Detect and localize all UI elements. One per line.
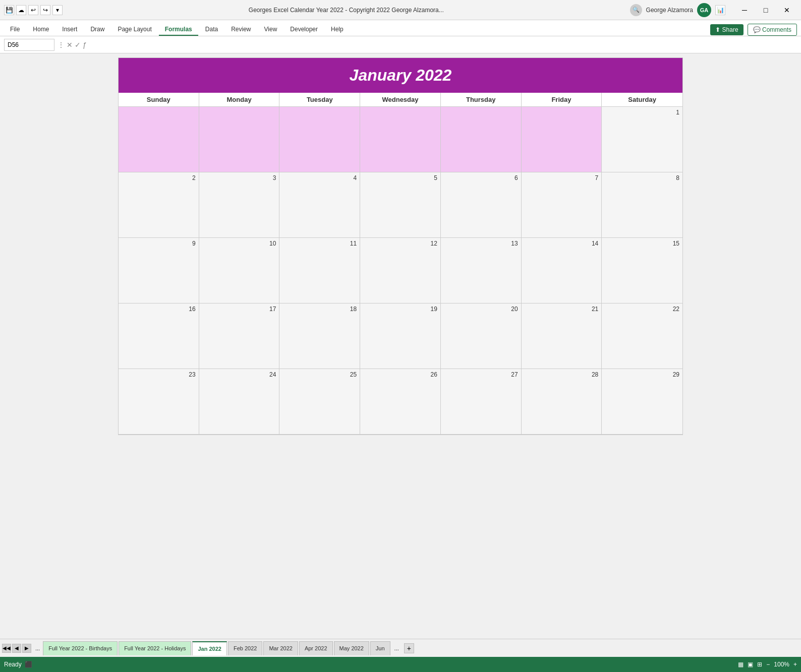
sheet-tabs-bar: ◀◀ ◀ ▶ ... Full Year 2022 - Birthdays Fu…: [0, 639, 801, 657]
table-row[interactable]: 29: [602, 369, 682, 435]
sheet-tab-feb2022[interactable]: Feb 2022: [228, 641, 262, 655]
tab-help[interactable]: Help: [325, 24, 350, 36]
tab-draw[interactable]: Draw: [84, 24, 110, 36]
share-button[interactable]: ⬆ Share: [710, 24, 743, 35]
search-icon[interactable]: 🔍: [630, 4, 642, 16]
table-row[interactable]: 24: [199, 369, 280, 435]
customize-icon[interactable]: ▾: [52, 5, 63, 15]
sheet-tab-may2022[interactable]: May 2022: [334, 641, 369, 655]
table-row[interactable]: [199, 107, 280, 172]
cancel-formula-icon[interactable]: ✕: [67, 41, 73, 49]
calendar-header: January 2022: [119, 58, 682, 93]
cell-reference-input[interactable]: [4, 39, 54, 51]
table-row[interactable]: 14: [522, 238, 602, 303]
table-row[interactable]: 18: [279, 303, 360, 369]
table-row[interactable]: 22: [602, 303, 682, 369]
sheet-tab-holidays[interactable]: Full Year 2022 - Holidays: [119, 641, 191, 655]
tab-prev-button[interactable]: ◀: [12, 644, 21, 653]
quick-access-toolbar: 💾 ☁ ↩ ↪ ▾: [4, 5, 63, 15]
table-row[interactable]: 15: [602, 238, 682, 303]
tab-insert[interactable]: Insert: [56, 24, 83, 36]
comments-button[interactable]: 💬 Comments: [748, 24, 797, 36]
table-row[interactable]: 25: [279, 369, 360, 435]
maximize-button[interactable]: □: [756, 4, 776, 17]
sheet-tab-more[interactable]: ...: [391, 643, 402, 653]
zoom-in-icon[interactable]: +: [793, 661, 797, 668]
table-row[interactable]: [360, 107, 441, 172]
insert-function-icon[interactable]: ƒ: [83, 41, 87, 49]
add-sheet-button[interactable]: +: [404, 643, 414, 653]
minimize-button[interactable]: ─: [734, 4, 755, 17]
table-row[interactable]: 21: [522, 303, 602, 369]
tab-home[interactable]: Home: [27, 24, 55, 36]
spreadsheet-area: January 2022 Sunday Monday Tuesday Wedne…: [0, 53, 801, 639]
tab-review[interactable]: Review: [225, 24, 257, 36]
table-row[interactable]: 20: [441, 303, 522, 369]
tab-file[interactable]: File: [4, 24, 26, 36]
sheet-tab-jun[interactable]: Jun: [370, 641, 390, 655]
header-monday: Monday: [199, 93, 280, 106]
page-layout-icon[interactable]: ▣: [748, 661, 753, 668]
zoom-out-icon[interactable]: −: [766, 661, 770, 668]
header-thursday: Thursday: [441, 93, 522, 106]
tab-first-button[interactable]: ◀◀: [2, 644, 11, 653]
sheet-tab-jan2022[interactable]: Jan 2022: [192, 641, 226, 655]
table-row[interactable]: 7: [522, 172, 602, 238]
calendar-title: January 2022: [119, 66, 682, 85]
table-row[interactable]: 8: [602, 172, 682, 238]
table-row[interactable]: [441, 107, 522, 172]
tab-page-layout[interactable]: Page Layout: [111, 24, 157, 36]
table-row[interactable]: 17: [199, 303, 280, 369]
normal-view-icon[interactable]: ▦: [738, 661, 743, 668]
tab-view[interactable]: View: [258, 24, 283, 36]
confirm-formula-icon[interactable]: ✓: [75, 41, 81, 49]
sheet-tab-birthdays[interactable]: Full Year 2022 - Birthdays: [43, 641, 118, 655]
undo-icon[interactable]: ↩: [28, 5, 38, 15]
tab-ellipsis[interactable]: ...: [32, 643, 43, 653]
table-row[interactable]: 28: [522, 369, 602, 435]
status-bar: Ready ⬛ ▦ ▣ ⊞ − 100% +: [0, 657, 801, 672]
table-row[interactable]: 13: [441, 238, 522, 303]
table-row[interactable]: 16: [119, 303, 199, 369]
sheet-tab-apr2022[interactable]: Apr 2022: [299, 641, 333, 655]
sheet-tab-mar2022[interactable]: Mar 2022: [263, 641, 298, 655]
table-row[interactable]: 27: [441, 369, 522, 435]
tab-data[interactable]: Data: [199, 24, 224, 36]
title-bar-right: 🔍 George Alzamora GA 📊: [630, 3, 725, 17]
table-row[interactable]: 9: [119, 238, 199, 303]
table-row[interactable]: 3: [199, 172, 280, 238]
formula-dividers: ⋮ ✕ ✓ ƒ: [58, 41, 87, 49]
header-tuesday: Tuesday: [279, 93, 360, 106]
table-row[interactable]: 1: [602, 107, 682, 172]
status-ready: Ready ⬛: [4, 661, 32, 668]
formula-input[interactable]: [90, 41, 797, 48]
redo-icon[interactable]: ↪: [40, 5, 50, 15]
table-row[interactable]: 5: [360, 172, 441, 238]
page-break-icon[interactable]: ⊞: [757, 661, 762, 668]
table-row[interactable]: 2: [119, 172, 199, 238]
tab-formulas[interactable]: Formulas: [159, 24, 198, 36]
table-row[interactable]: 6: [441, 172, 522, 238]
save-icon[interactable]: 💾: [4, 5, 14, 15]
table-row[interactable]: [119, 107, 199, 172]
ribbon-tabs: File Home Insert Draw Page Layout Formul…: [0, 20, 801, 36]
table-row[interactable]: [279, 107, 360, 172]
tab-next-button[interactable]: ▶: [22, 644, 31, 653]
excel-icon: 📊: [715, 5, 725, 15]
table-row[interactable]: 26: [360, 369, 441, 435]
table-row[interactable]: 4: [279, 172, 360, 238]
table-row[interactable]: 12: [360, 238, 441, 303]
table-row[interactable]: 11: [279, 238, 360, 303]
status-right: ▦ ▣ ⊞ − 100% +: [738, 661, 797, 668]
tab-developer[interactable]: Developer: [284, 24, 324, 36]
user-name: George Alzamora: [646, 7, 693, 14]
table-row[interactable]: 19: [360, 303, 441, 369]
zoom-level: 100%: [774, 661, 789, 668]
table-row[interactable]: 10: [199, 238, 280, 303]
table-row[interactable]: 23: [119, 369, 199, 435]
header-sunday: Sunday: [119, 93, 199, 106]
close-button[interactable]: ✕: [777, 4, 797, 17]
tab-navigation: ◀◀ ◀ ▶ ...: [2, 643, 43, 653]
autosave-icon[interactable]: ☁: [16, 5, 26, 15]
table-row[interactable]: [522, 107, 602, 172]
